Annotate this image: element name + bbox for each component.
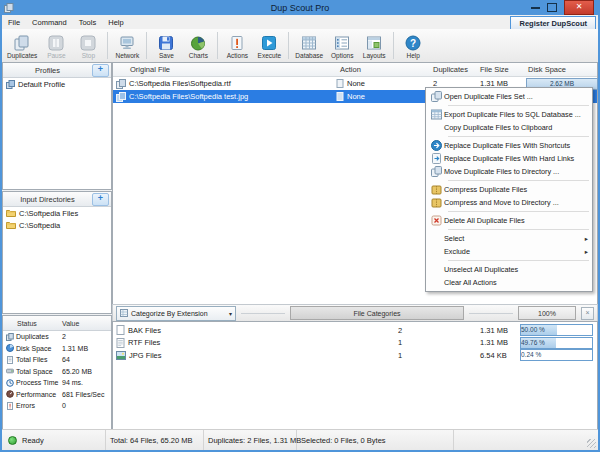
resize-grip[interactable] [587, 439, 596, 448]
menu-item-open-duplicate-set[interactable]: Open Duplicate Files Set ... [426, 90, 592, 103]
category-row-bak[interactable]: BAK Files 2 1.31 MB 50.00 % [113, 324, 597, 337]
close-panel-icon[interactable]: × [581, 307, 594, 320]
category-label: RTF Files [128, 338, 160, 347]
zoom-level-button[interactable]: 100% [518, 306, 576, 320]
toolbar-button-label: Charts [189, 52, 208, 59]
column-header-duplicates[interactable]: Duplicates [431, 65, 478, 74]
register-dupscout-button[interactable]: Register DupScout [510, 16, 596, 30]
status-panel: Status Value Duplicates 2 Disk Space 1.3… [2, 315, 112, 432]
menu-item-move-to-directory[interactable]: Move Duplicate Files to Directory ... [426, 165, 592, 178]
menu-item-compress[interactable]: Compress Duplicate Files [426, 183, 592, 196]
category-size: 1.31 MB [478, 326, 520, 335]
toolbar-button-actions[interactable]: Actions [221, 33, 253, 59]
category-row-jpg[interactable]: JPG Files 1 6.54 KB 0.24 % [113, 349, 597, 362]
toolbar-button-stop[interactable]: Stop [72, 33, 104, 59]
file-list-header: Original File Action Duplicates File Siz… [113, 63, 597, 77]
column-header-action[interactable]: Action [328, 65, 431, 74]
menu-item-replace-hardlinks[interactable]: Replace Duplicate Files With Hard Links [426, 152, 592, 165]
menu-command[interactable]: Command [26, 18, 73, 27]
toolbar-button-options[interactable]: Options [326, 33, 358, 59]
category-percent-bar: 0.24 % [520, 349, 593, 361]
menu-item-copy-clipboard[interactable]: Copy Duplicate Files to Clipboard [426, 121, 592, 134]
status-row-performance: Performance 681 Files/Sec [3, 389, 111, 401]
category-row-rtf[interactable]: RTF Files 1 1.31 MB 49.76 % [113, 337, 597, 350]
status-row-errors: Errors 0 [3, 400, 111, 412]
menu-item-unselect-all[interactable]: Unselect All Duplicates [426, 263, 592, 276]
compress-icon [428, 184, 444, 195]
maximize-icon[interactable] [547, 3, 557, 12]
menu-item-replace-shortcuts[interactable]: Replace Duplicate Files With Shortcuts [426, 139, 592, 152]
toolbar-button-pause[interactable]: Pause [40, 33, 72, 59]
profile-item-default[interactable]: Default Profile [3, 78, 111, 90]
action-value: None [347, 92, 365, 101]
menu-item-delete-all[interactable]: Delete All Duplicate Files [426, 214, 592, 227]
pause-icon [47, 34, 65, 52]
toolbar-button-save[interactable]: Save [150, 33, 182, 59]
status-row-label: Process Time [16, 379, 62, 386]
action-icon [336, 79, 344, 88]
total-space-icon [3, 367, 16, 375]
total-files-icon [3, 356, 16, 364]
add-profile-button[interactable]: + [92, 64, 109, 77]
profile-item-label: Default Profile [18, 80, 65, 89]
menu-item-select[interactable]: Select ▸ [426, 232, 592, 245]
input-directory-label: C:\Softpedia [19, 221, 60, 230]
toolbar-button-layouts[interactable]: Layouts [358, 33, 390, 59]
jpg-file-icon [116, 351, 126, 360]
column-header-original-file[interactable]: Original File [113, 65, 328, 74]
column-header-disk-space[interactable]: Disk Space [524, 65, 597, 74]
menu-item-export-sql[interactable]: Export Duplicate Files to SQL Database .… [426, 108, 592, 121]
status-row-label: Total Files [16, 356, 62, 363]
menu-separator [448, 211, 589, 212]
toolbar-button-execute[interactable]: Execute [253, 33, 285, 59]
bak-file-icon [116, 325, 125, 335]
file-path: C:\Softpedia Files\Softpedia.rtf [129, 79, 231, 88]
menu-tools[interactable]: Tools [73, 18, 103, 27]
divider-line [469, 313, 513, 314]
status-total-text: Total: 64 Files, 65.20 MB [110, 436, 193, 445]
toolbar-button-duplicates[interactable]: Duplicates [4, 33, 40, 59]
categorize-dropdown-label: Categorize By Extension [131, 310, 208, 317]
categorize-toolbar: Categorize By Extension ▾ File Categorie… [112, 304, 598, 322]
status-selected-text: Selected: 0 Files, 0 Bytes [301, 436, 386, 445]
process-time-icon [3, 379, 16, 387]
menu-help[interactable]: Help [102, 18, 129, 27]
action-value: None [347, 79, 365, 88]
categorize-dropdown[interactable]: Categorize By Extension ▾ [116, 306, 236, 321]
layouts-icon [365, 34, 383, 52]
hard-link-icon [428, 153, 444, 164]
category-count: 1 [396, 338, 478, 347]
stop-icon [79, 34, 97, 52]
menu-item-label: Compress Duplicate Files [444, 185, 527, 194]
add-directory-button[interactable]: + [92, 193, 109, 206]
column-header-file-size[interactable]: File Size [478, 65, 524, 74]
minimize-icon[interactable] [531, 7, 540, 9]
help-icon: ? [404, 34, 422, 52]
toolbar-button-charts[interactable]: Charts [182, 33, 214, 59]
menu-file[interactable]: File [2, 18, 26, 27]
options-icon [333, 34, 351, 52]
title-bar: Dup Scout Pro ✕ [0, 0, 600, 15]
toolbar-separator [393, 32, 394, 59]
menu-item-clear-actions[interactable]: Clear All Actions [426, 276, 592, 289]
toolbar-button-database[interactable]: Database [292, 33, 326, 59]
status-row-value: 0 [62, 402, 66, 409]
menu-item-compress-and-move[interactable]: Compress and Move to Directory ... [426, 196, 592, 209]
toolbar-button-network[interactable]: Network [111, 33, 143, 59]
file-categories-button[interactable]: File Categories [290, 306, 464, 320]
toolbar-button-help[interactable]: ? Help [397, 33, 429, 59]
input-directory-item[interactable]: C:\Softpedia Files [3, 207, 111, 219]
status-state-text: Ready [22, 436, 44, 445]
submenu-arrow-icon: ▸ [585, 248, 588, 256]
category-size: 1.31 MB [478, 338, 520, 347]
status-row-label: Duplicates [16, 333, 62, 340]
profiles-panel: Profiles + Default Profile [2, 62, 112, 190]
close-icon[interactable]: ✕ [564, 0, 594, 15]
menu-item-label: Open Duplicate Files Set ... [444, 92, 533, 101]
charts-icon [189, 34, 207, 52]
input-directory-item[interactable]: C:\Softpedia [3, 219, 111, 231]
menu-separator [448, 136, 589, 137]
duplicate-set-icon [116, 79, 126, 89]
submenu-arrow-icon: ▸ [585, 235, 588, 243]
menu-item-exclude[interactable]: Exclude ▸ [426, 245, 592, 258]
